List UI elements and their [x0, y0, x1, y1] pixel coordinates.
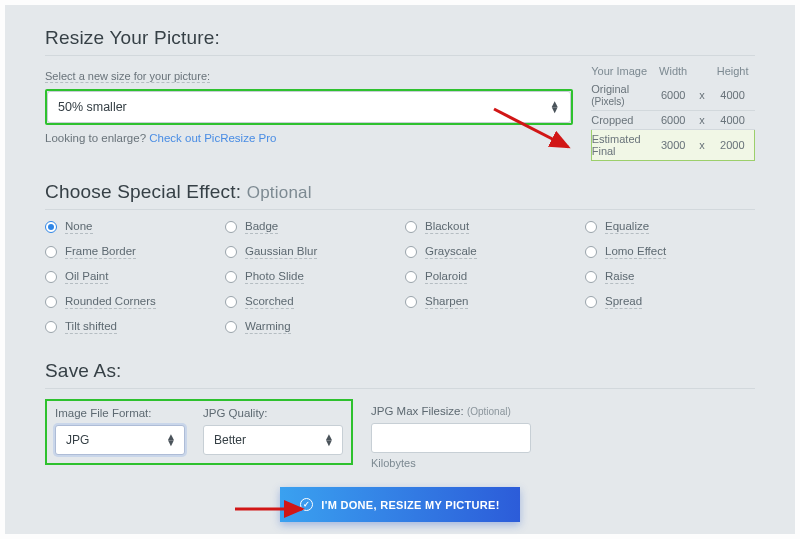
picresize-pro-link[interactable]: Check out PicResize Pro [149, 132, 276, 144]
maxsize-label: JPG Max Filesize: (Optional) [371, 405, 531, 417]
dim-cropped-sep: x [693, 111, 711, 130]
effect-label: None [65, 220, 93, 234]
dim-estimated-height: 2000 [711, 130, 755, 161]
dim-cropped-width: 6000 [653, 111, 693, 130]
effects-optional: Optional [247, 183, 312, 202]
effect-label: Oil Paint [65, 270, 108, 284]
dim-row-estimated-label: Estimated Final [591, 130, 653, 161]
quality-select[interactable]: Better ▲▼ [203, 425, 343, 455]
resize-submit-button[interactable]: ✓ I'M DONE, RESIZE MY PICTURE! [280, 487, 519, 522]
format-label: Image File Format: [55, 407, 185, 419]
effect-label: Rounded Corners [65, 295, 156, 309]
effects-grid: NoneBadgeBlackoutEqualizeFrame BorderGau… [45, 220, 755, 334]
effect-option-tilt-shifted[interactable]: Tilt shifted [45, 320, 215, 334]
resize-submit-label: I'M DONE, RESIZE MY PICTURE! [321, 499, 499, 511]
effect-label: Frame Border [65, 245, 136, 259]
radio-icon [45, 296, 57, 308]
effect-label: Grayscale [425, 245, 477, 259]
effect-option-polaroid[interactable]: Polaroid [405, 270, 575, 284]
resize-sub-label: Select a new size for your picture: [45, 70, 210, 83]
check-circle-icon: ✓ [300, 498, 313, 511]
effect-label: Raise [605, 270, 634, 284]
size-select-highlight: 50% smaller ▲▼ [45, 89, 573, 125]
resize-title: Resize Your Picture: [45, 27, 755, 49]
enlarge-text: Looking to enlarge? [45, 132, 149, 144]
effect-option-equalize[interactable]: Equalize [585, 220, 755, 234]
radio-icon [225, 296, 237, 308]
effect-option-sharpen[interactable]: Sharpen [405, 295, 575, 309]
radio-icon [225, 246, 237, 258]
radio-icon [405, 221, 417, 233]
effect-option-lomo-effect[interactable]: Lomo Effect [585, 245, 755, 259]
effect-option-grayscale[interactable]: Grayscale [405, 245, 575, 259]
dim-row-cropped-label: Cropped [591, 111, 653, 130]
effect-label: Badge [245, 220, 278, 234]
select-arrows-icon: ▲▼ [550, 101, 560, 113]
dim-header-your-image: Your Image [591, 62, 653, 80]
effect-label: Photo Slide [245, 270, 304, 284]
select-arrows-icon: ▲▼ [324, 434, 334, 446]
effect-label: Sharpen [425, 295, 468, 309]
radio-icon [45, 246, 57, 258]
effect-label: Equalize [605, 220, 649, 234]
effect-label: Scorched [245, 295, 294, 309]
dim-original-height: 4000 [711, 80, 755, 111]
radio-icon [45, 321, 57, 333]
effect-option-frame-border[interactable]: Frame Border [45, 245, 215, 259]
effect-option-photo-slide[interactable]: Photo Slide [225, 270, 395, 284]
radio-icon [585, 271, 597, 283]
radio-icon [585, 246, 597, 258]
radio-icon [225, 271, 237, 283]
radio-icon [45, 271, 57, 283]
effect-option-blackout[interactable]: Blackout [405, 220, 575, 234]
size-select-value: 50% smaller [58, 100, 127, 114]
effect-label: Gaussian Blur [245, 245, 317, 259]
radio-icon [225, 321, 237, 333]
effect-option-badge[interactable]: Badge [225, 220, 395, 234]
effect-label: Tilt shifted [65, 320, 117, 334]
dim-estimated-width: 3000 [653, 130, 693, 161]
dim-row-original-label: Original (Pixels) [591, 80, 653, 111]
enlarge-hint: Looking to enlarge? Check out PicResize … [45, 132, 573, 144]
dim-original-width: 6000 [653, 80, 693, 111]
radio-icon [585, 296, 597, 308]
effect-label: Warming [245, 320, 291, 334]
format-value: JPG [66, 433, 89, 447]
quality-label: JPG Quality: [203, 407, 343, 419]
dim-original-sep: x [693, 80, 711, 111]
effect-option-gaussian-blur[interactable]: Gaussian Blur [225, 245, 395, 259]
radio-icon [405, 271, 417, 283]
effect-option-spread[interactable]: Spread [585, 295, 755, 309]
effect-label: Polaroid [425, 270, 467, 284]
divider [45, 55, 755, 56]
dim-header-height: Height [711, 62, 755, 80]
effect-option-raise[interactable]: Raise [585, 270, 755, 284]
format-select[interactable]: JPG ▲▼ [55, 425, 185, 455]
maxsize-input[interactable] [371, 423, 531, 453]
radio-icon [405, 296, 417, 308]
effect-option-warming[interactable]: Warming [225, 320, 395, 334]
effects-title: Choose Special Effect: Optional [45, 181, 755, 203]
radio-icon [45, 221, 57, 233]
dimensions-table: Your Image Width Height Original (Pixels… [591, 62, 755, 161]
radio-icon [405, 246, 417, 258]
effect-option-oil-paint[interactable]: Oil Paint [45, 270, 215, 284]
save-title: Save As: [45, 360, 755, 382]
effect-label: Blackout [425, 220, 469, 234]
effect-option-none[interactable]: None [45, 220, 215, 234]
quality-value: Better [214, 433, 246, 447]
kb-label: Kilobytes [371, 457, 531, 469]
radio-icon [585, 221, 597, 233]
divider [45, 388, 755, 389]
save-highlight: Image File Format: JPG ▲▼ JPG Quality: B… [45, 399, 353, 465]
effect-option-scorched[interactable]: Scorched [225, 295, 395, 309]
radio-icon [225, 221, 237, 233]
dim-header-width: Width [653, 62, 693, 80]
effect-option-rounded-corners[interactable]: Rounded Corners [45, 295, 215, 309]
size-select[interactable]: 50% smaller ▲▼ [47, 91, 571, 123]
effect-label: Lomo Effect [605, 245, 666, 259]
select-arrows-icon: ▲▼ [166, 434, 176, 446]
dim-estimated-sep: x [693, 130, 711, 161]
effect-label: Spread [605, 295, 642, 309]
divider [45, 209, 755, 210]
